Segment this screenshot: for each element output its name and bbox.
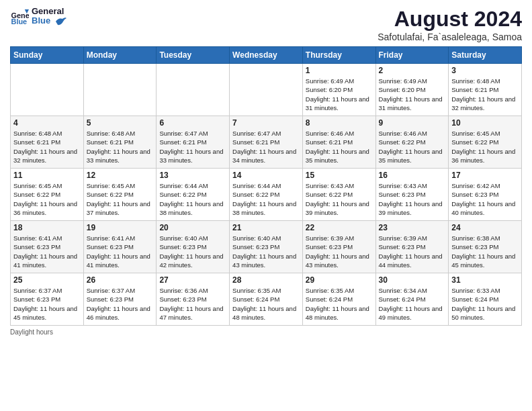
table-cell: 26Sunrise: 6:37 AMSunset: 6:23 PMDayligh… xyxy=(83,273,157,326)
day-info: Sunrise: 6:48 AMSunset: 6:21 PMDaylight:… xyxy=(451,77,519,112)
col-sunday: Sunday xyxy=(11,47,84,64)
day-number: 24 xyxy=(451,223,519,232)
day-info: Sunrise: 6:45 AMSunset: 6:22 PMDaylight:… xyxy=(451,129,519,165)
table-cell: 5Sunrise: 6:48 AMSunset: 6:21 PMDaylight… xyxy=(83,116,157,169)
table-cell: 24Sunrise: 6:38 AMSunset: 6:23 PMDayligh… xyxy=(449,221,522,273)
table-cell: 22Sunrise: 6:39 AMSunset: 6:23 PMDayligh… xyxy=(302,221,375,273)
day-number: 3 xyxy=(451,66,519,75)
day-number: 19 xyxy=(87,223,154,232)
table-cell: 30Sunrise: 6:34 AMSunset: 6:24 PMDayligh… xyxy=(375,273,449,326)
day-info: Sunrise: 6:44 AMSunset: 6:22 PMDaylight:… xyxy=(232,181,300,217)
footer: Daylight hours xyxy=(10,328,522,336)
day-number: 18 xyxy=(13,223,81,232)
day-info: Sunrise: 6:34 AMSunset: 6:24 PMDaylight:… xyxy=(379,286,446,322)
table-cell xyxy=(230,64,303,116)
day-info: Sunrise: 6:47 AMSunset: 6:21 PMDaylight:… xyxy=(159,129,226,165)
day-number: 30 xyxy=(379,275,446,285)
day-number: 4 xyxy=(13,118,81,128)
day-info: Sunrise: 6:33 AMSunset: 6:24 PMDaylight:… xyxy=(451,286,519,322)
table-cell: 21Sunrise: 6:40 AMSunset: 6:23 PMDayligh… xyxy=(230,221,303,273)
calendar-week-2: 4Sunrise: 6:48 AMSunset: 6:21 PMDaylight… xyxy=(11,116,522,169)
table-cell: 16Sunrise: 6:43 AMSunset: 6:23 PMDayligh… xyxy=(375,169,449,221)
day-info: Sunrise: 6:37 AMSunset: 6:23 PMDaylight:… xyxy=(13,286,81,322)
day-number: 16 xyxy=(379,171,446,180)
col-thursday: Thursday xyxy=(302,47,375,64)
day-info: Sunrise: 6:35 AMSunset: 6:24 PMDaylight:… xyxy=(306,286,373,322)
col-saturday: Saturday xyxy=(449,47,522,64)
logo: General Blue General Blue xyxy=(10,7,66,27)
day-number: 5 xyxy=(87,118,154,128)
table-cell: 8Sunrise: 6:46 AMSunset: 6:21 PMDaylight… xyxy=(302,116,375,169)
logo-general: General xyxy=(32,6,64,16)
table-cell: 9Sunrise: 6:46 AMSunset: 6:22 PMDaylight… xyxy=(375,116,449,169)
day-number: 31 xyxy=(451,275,519,285)
table-cell: 28Sunrise: 6:35 AMSunset: 6:24 PMDayligh… xyxy=(230,273,303,326)
table-cell: 7Sunrise: 6:47 AMSunset: 6:21 PMDaylight… xyxy=(230,116,303,169)
calendar-body: 1Sunrise: 6:49 AMSunset: 6:20 PMDaylight… xyxy=(11,64,522,326)
day-number: 2 xyxy=(379,66,446,75)
day-info: Sunrise: 6:35 AMSunset: 6:24 PMDaylight:… xyxy=(232,286,300,322)
day-info: Sunrise: 6:39 AMSunset: 6:23 PMDaylight:… xyxy=(379,234,446,269)
day-number: 25 xyxy=(13,275,81,285)
day-number: 6 xyxy=(159,118,226,128)
day-number: 11 xyxy=(13,171,81,180)
day-info: Sunrise: 6:41 AMSunset: 6:23 PMDaylight:… xyxy=(87,234,154,269)
calendar-week-5: 25Sunrise: 6:37 AMSunset: 6:23 PMDayligh… xyxy=(11,273,522,326)
day-number: 21 xyxy=(232,223,300,232)
daylight-label: Daylight hours xyxy=(10,328,53,336)
svg-text:Blue: Blue xyxy=(11,17,28,26)
day-number: 26 xyxy=(87,275,154,285)
day-info: Sunrise: 6:47 AMSunset: 6:21 PMDaylight:… xyxy=(232,129,300,165)
day-info: Sunrise: 6:37 AMSunset: 6:23 PMDaylight:… xyxy=(87,286,154,322)
day-info: Sunrise: 6:36 AMSunset: 6:23 PMDaylight:… xyxy=(159,286,226,322)
location: Safotulafai, Fa`asaleleaga, Samoa xyxy=(378,32,522,42)
table-cell: 25Sunrise: 6:37 AMSunset: 6:23 PMDayligh… xyxy=(11,273,84,326)
day-info: Sunrise: 6:45 AMSunset: 6:22 PMDaylight:… xyxy=(87,181,154,217)
day-number: 22 xyxy=(306,223,373,232)
day-info: Sunrise: 6:41 AMSunset: 6:23 PMDaylight:… xyxy=(13,234,81,269)
title-block: August 2024 Safotulafai, Fa`asaleleaga, … xyxy=(378,7,522,42)
day-info: Sunrise: 6:40 AMSunset: 6:23 PMDaylight:… xyxy=(232,234,300,269)
calendar-week-4: 18Sunrise: 6:41 AMSunset: 6:23 PMDayligh… xyxy=(11,221,522,273)
day-info: Sunrise: 6:42 AMSunset: 6:23 PMDaylight:… xyxy=(451,181,519,217)
day-number: 27 xyxy=(159,275,226,285)
day-number: 20 xyxy=(159,223,226,232)
day-number: 12 xyxy=(87,171,154,180)
table-cell: 31Sunrise: 6:33 AMSunset: 6:24 PMDayligh… xyxy=(449,273,522,326)
day-number: 10 xyxy=(451,118,519,128)
table-cell: 29Sunrise: 6:35 AMSunset: 6:24 PMDayligh… xyxy=(302,273,375,326)
day-number: 8 xyxy=(306,118,373,128)
table-cell: 2Sunrise: 6:49 AMSunset: 6:20 PMDaylight… xyxy=(375,64,449,116)
table-cell: 19Sunrise: 6:41 AMSunset: 6:23 PMDayligh… xyxy=(83,221,157,273)
table-cell: 6Sunrise: 6:47 AMSunset: 6:21 PMDaylight… xyxy=(157,116,230,169)
table-cell: 27Sunrise: 6:36 AMSunset: 6:23 PMDayligh… xyxy=(157,273,230,326)
table-cell: 13Sunrise: 6:44 AMSunset: 6:22 PMDayligh… xyxy=(157,169,230,221)
table-cell: 23Sunrise: 6:39 AMSunset: 6:23 PMDayligh… xyxy=(375,221,449,273)
day-info: Sunrise: 6:49 AMSunset: 6:20 PMDaylight:… xyxy=(306,77,373,112)
day-info: Sunrise: 6:39 AMSunset: 6:23 PMDaylight:… xyxy=(306,234,373,269)
col-friday: Friday xyxy=(375,47,449,64)
page: General Blue General Blue August 2024 Sa… xyxy=(0,0,532,411)
table-cell xyxy=(157,64,230,116)
calendar: Sunday Monday Tuesday Wednesday Thursday… xyxy=(10,46,522,326)
header: General Blue General Blue August 2024 Sa… xyxy=(10,7,522,42)
table-cell: 20Sunrise: 6:40 AMSunset: 6:23 PMDayligh… xyxy=(157,221,230,273)
month-title: August 2024 xyxy=(378,7,522,32)
day-info: Sunrise: 6:46 AMSunset: 6:21 PMDaylight:… xyxy=(306,129,373,165)
table-cell: 10Sunrise: 6:45 AMSunset: 6:22 PMDayligh… xyxy=(449,116,522,169)
day-number: 17 xyxy=(451,171,519,180)
col-wednesday: Wednesday xyxy=(230,47,303,64)
table-cell: 15Sunrise: 6:43 AMSunset: 6:22 PMDayligh… xyxy=(302,169,375,221)
table-cell: 18Sunrise: 6:41 AMSunset: 6:23 PMDayligh… xyxy=(11,221,84,273)
day-number: 23 xyxy=(379,223,446,232)
logo-blue: Blue xyxy=(32,16,50,26)
day-number: 14 xyxy=(232,171,300,180)
day-info: Sunrise: 6:44 AMSunset: 6:22 PMDaylight:… xyxy=(159,181,226,217)
day-number: 15 xyxy=(306,171,373,180)
day-number: 9 xyxy=(379,118,446,128)
day-info: Sunrise: 6:48 AMSunset: 6:21 PMDaylight:… xyxy=(87,129,154,165)
table-cell xyxy=(11,64,84,116)
calendar-week-1: 1Sunrise: 6:49 AMSunset: 6:20 PMDaylight… xyxy=(11,64,522,116)
table-cell: 1Sunrise: 6:49 AMSunset: 6:20 PMDaylight… xyxy=(302,64,375,116)
day-info: Sunrise: 6:38 AMSunset: 6:23 PMDaylight:… xyxy=(451,234,519,269)
